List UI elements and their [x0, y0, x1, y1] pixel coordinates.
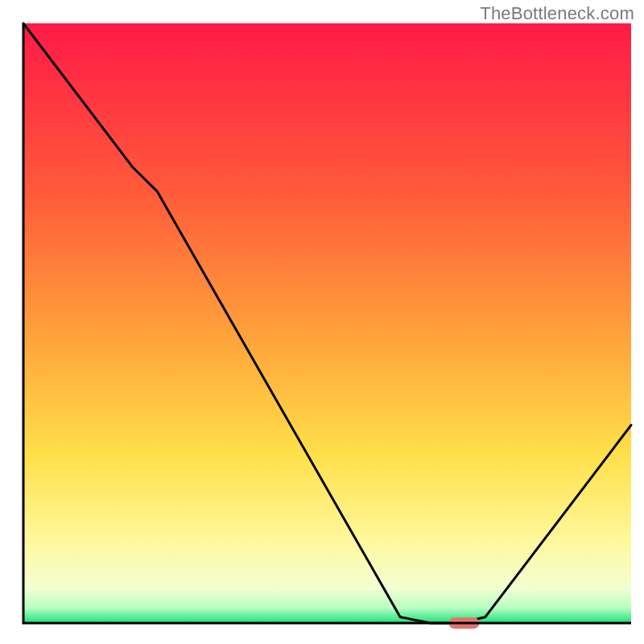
bottleneck-chart	[0, 0, 644, 644]
plot-background	[23, 23, 631, 623]
watermark-label: TheBottleneck.com	[480, 3, 634, 24]
chart-root: { "watermark": "TheBottleneck.com", "cha…	[0, 0, 644, 644]
